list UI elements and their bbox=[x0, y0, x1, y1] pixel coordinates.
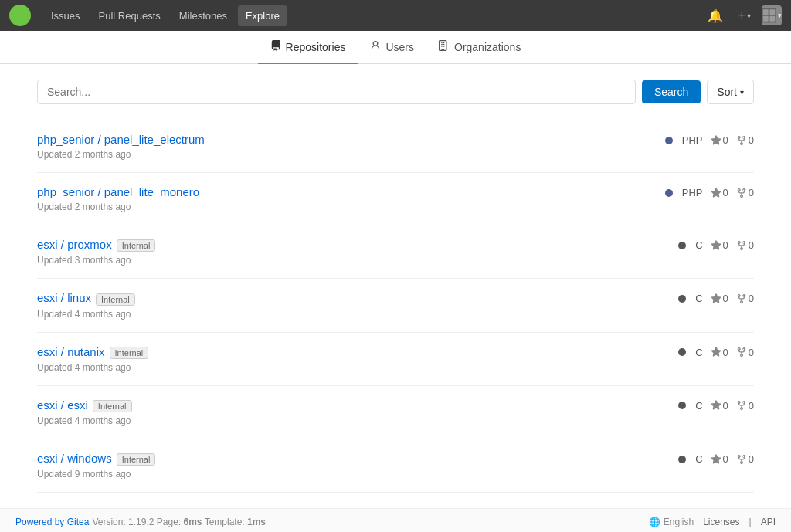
footer-version: Version: 1.19.2 Page: 6ms Template: 1ms bbox=[92, 517, 266, 527]
nav-issues[interactable]: Issues bbox=[43, 5, 88, 26]
repo-right: PHP 0 0 bbox=[665, 185, 754, 198]
create-button[interactable]: + ▾ bbox=[734, 5, 755, 25]
globe-icon: 🌐 bbox=[649, 517, 660, 527]
search-bar: Search Sort ▾ bbox=[37, 80, 754, 104]
repo-name-link[interactable]: esxi / proxmox bbox=[37, 238, 112, 251]
repo-name-link[interactable]: php_senior / panel_lite_monero bbox=[37, 185, 199, 198]
language-label: English bbox=[664, 517, 694, 527]
plus-label: + bbox=[738, 8, 745, 22]
repo-updated: Updated 3 months ago bbox=[37, 255, 155, 266]
sort-label: Sort bbox=[717, 86, 737, 98]
topnav: Issues Pull Requests Milestones Explore … bbox=[0, 0, 791, 31]
repo-badge: Internal bbox=[117, 239, 156, 252]
repo-forks: 0 bbox=[736, 400, 754, 412]
search-button[interactable]: Search bbox=[642, 80, 701, 103]
repo-left: esxi / esxiInternal Updated 4 months ago bbox=[37, 398, 132, 426]
notifications-button[interactable]: 🔔 bbox=[703, 5, 728, 26]
lang-dot bbox=[678, 402, 686, 409]
tabbar: Repositories Users Organizations bbox=[0, 31, 791, 64]
logo[interactable] bbox=[9, 5, 31, 26]
nav-actions: 🔔 + ▾ ▾ bbox=[703, 5, 782, 26]
svg-rect-3 bbox=[769, 9, 775, 15]
svg-rect-2 bbox=[763, 9, 769, 15]
repo-item: esxi / windowsInternal Updated 9 months … bbox=[37, 439, 754, 493]
repo-item: php_senior / panel_lite_electrum Updated… bbox=[37, 120, 754, 173]
repo-stars: 0 bbox=[711, 187, 728, 198]
lang-dot bbox=[665, 137, 673, 144]
tab-repositories[interactable]: Repositories bbox=[258, 31, 358, 64]
chevron-down-icon: ▾ bbox=[747, 12, 751, 20]
repo-right: C 0 0 bbox=[678, 238, 754, 251]
repo-stars: 0 bbox=[711, 400, 728, 412]
powered-by-link[interactable]: Powered by Gitea bbox=[15, 517, 89, 527]
tab-repositories-label: Repositories bbox=[286, 41, 346, 53]
repo-updated: Updated 4 months ago bbox=[37, 415, 132, 426]
repo-right: PHP 0 0 bbox=[665, 133, 754, 146]
chevron-down-icon: ▾ bbox=[740, 88, 744, 97]
repo-forks: 0 bbox=[736, 187, 754, 198]
footer-right: 🌐 English Licenses | API bbox=[649, 517, 776, 527]
repo-item: esxi / proxmoxInternal Updated 3 months … bbox=[37, 225, 754, 279]
licenses-link[interactable]: Licenses bbox=[703, 517, 739, 527]
repo-forks: 0 bbox=[736, 453, 754, 465]
nav-pull-requests[interactable]: Pull Requests bbox=[91, 5, 168, 26]
repo-left: esxi / proxmoxInternal Updated 3 months … bbox=[37, 238, 155, 266]
repo-item: esxi / esxiInternal Updated 4 months ago… bbox=[37, 386, 754, 439]
repo-stars: 0 bbox=[711, 453, 728, 465]
repo-language: C bbox=[695, 293, 702, 304]
nav-milestones[interactable]: Milestones bbox=[171, 5, 235, 26]
footer-left: Powered by Gitea Version: 1.19.2 Page: 6… bbox=[15, 517, 266, 527]
repo-language: PHP bbox=[682, 187, 703, 198]
repo-name-link[interactable]: esxi / nutanix bbox=[37, 345, 105, 358]
repo-forks: 0 bbox=[736, 347, 754, 358]
tab-users-label: Users bbox=[385, 41, 414, 53]
repo-item: esxi / nutanixInternal Updated 4 months … bbox=[37, 333, 754, 386]
repo-updated: Updated 2 months ago bbox=[37, 149, 205, 160]
repo-updated: Updated 4 months ago bbox=[37, 362, 148, 373]
repo-name-link[interactable]: esxi / windows bbox=[37, 452, 112, 465]
repo-updated: Updated 4 months ago bbox=[37, 309, 135, 320]
repo-forks: 0 bbox=[736, 134, 754, 146]
svg-rect-5 bbox=[769, 16, 775, 22]
repo-right: C 0 0 bbox=[678, 291, 754, 304]
repo-item: php_senior / panel_lite_monero Updated 2… bbox=[37, 173, 754, 225]
repo-name-link[interactable]: esxi / linux bbox=[37, 291, 91, 304]
search-input[interactable] bbox=[37, 80, 636, 104]
lang-dot bbox=[678, 242, 686, 249]
svg-rect-4 bbox=[763, 16, 769, 22]
tab-users[interactable]: Users bbox=[358, 31, 426, 64]
repo-updated: Updated 2 months ago bbox=[37, 202, 199, 212]
footer-separator: | bbox=[749, 517, 752, 527]
repo-badge: Internal bbox=[117, 453, 156, 466]
repo-stars: 0 bbox=[711, 293, 728, 304]
tab-organizations[interactable]: Organizations bbox=[426, 31, 533, 64]
repo-language: C bbox=[695, 453, 702, 465]
repo-forks: 0 bbox=[736, 293, 754, 304]
language-selector[interactable]: 🌐 English bbox=[649, 517, 694, 527]
repo-language: C bbox=[695, 239, 702, 251]
repo-badge: Internal bbox=[110, 347, 149, 359]
repo-left: esxi / nutanixInternal Updated 4 months … bbox=[37, 345, 148, 373]
nav-links: Issues Pull Requests Milestones Explore bbox=[43, 5, 287, 26]
api-link[interactable]: API bbox=[761, 517, 776, 527]
repo-language: PHP bbox=[682, 134, 703, 146]
repo-right: C 0 0 bbox=[678, 452, 754, 465]
repo-stars: 0 bbox=[711, 239, 728, 251]
repo-left: esxi / windowsInternal Updated 9 months … bbox=[37, 452, 155, 479]
repo-badge: Internal bbox=[96, 293, 135, 306]
repo-left: php_senior / panel_lite_monero Updated 2… bbox=[37, 185, 199, 212]
lang-dot bbox=[665, 189, 673, 197]
lang-dot bbox=[678, 295, 686, 303]
repo-name-link[interactable]: esxi / esxi bbox=[37, 398, 88, 412]
lang-dot bbox=[678, 348, 686, 356]
avatar[interactable]: ▾ bbox=[762, 5, 782, 25]
repo-item: esxi / linuxInternal Updated 4 months ag… bbox=[37, 279, 754, 332]
repo-badge: Internal bbox=[93, 400, 132, 412]
nav-explore[interactable]: Explore bbox=[238, 5, 287, 26]
repo-updated: Updated 9 months ago bbox=[37, 469, 155, 479]
repo-forks: 0 bbox=[736, 239, 754, 251]
repo-icon bbox=[270, 40, 281, 53]
repo-name-link[interactable]: php_senior / panel_lite_electrum bbox=[37, 133, 205, 146]
tab-organizations-label: Organizations bbox=[454, 41, 521, 53]
sort-button[interactable]: Sort ▾ bbox=[707, 80, 754, 104]
